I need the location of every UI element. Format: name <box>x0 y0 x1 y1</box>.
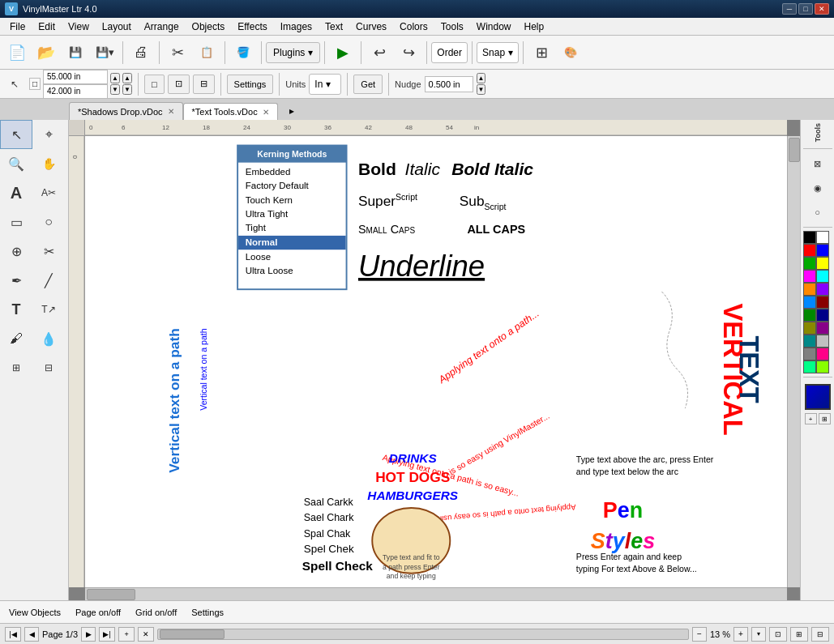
scrollbar-vertical[interactable] <box>787 136 800 587</box>
color-picker-btn[interactable]: ⊠ <box>805 152 831 175</box>
page-delete-btn[interactable]: ✕ <box>138 627 154 642</box>
view-objects-btn[interactable]: View Objects <box>3 605 66 620</box>
color-green[interactable] <box>803 257 816 270</box>
menu-view[interactable]: View <box>62 18 96 35</box>
grid-on-off-btn[interactable]: Grid on/off <box>130 605 182 620</box>
fill-button[interactable]: 🪣 <box>229 39 257 66</box>
type-tool[interactable]: T <box>0 295 32 324</box>
transform-button[interactable]: ⊞ <box>528 39 555 66</box>
minimize-button[interactable]: ─ <box>782 3 797 15</box>
menu-effects[interactable]: Effects <box>231 18 273 35</box>
color-purple[interactable] <box>816 283 829 296</box>
open-button[interactable]: 📂 <box>32 39 60 66</box>
stroke-btn[interactable]: ○ <box>805 201 831 224</box>
zoom-out-btn[interactable]: − <box>692 627 707 642</box>
height-down[interactable]: ▼ <box>122 84 132 95</box>
color-darkmagenta[interactable] <box>816 322 829 335</box>
color-teal[interactable] <box>803 335 816 348</box>
color-darkgreen[interactable] <box>803 309 816 322</box>
cut-button[interactable]: ✂ <box>164 39 191 66</box>
color-magenta[interactable] <box>803 270 816 283</box>
node-tool[interactable]: ⌖ <box>32 120 65 149</box>
page-add-btn[interactable]: + <box>118 627 135 642</box>
ellipse-tool[interactable]: ○ <box>32 207 65 237</box>
menu-help[interactable]: Help <box>518 18 551 35</box>
tab-shadows-drop[interactable]: *Shadows Drop.vDoc ✕ <box>69 102 183 120</box>
weld-tool[interactable]: ⊕ <box>0 237 32 266</box>
color-white[interactable] <box>816 231 829 244</box>
save-as-button[interactable]: 💾▾ <box>91 39 118 66</box>
text-edit-tool[interactable]: A✂ <box>32 178 65 207</box>
line-tool[interactable]: ╱ <box>32 266 65 295</box>
snap-dropdown[interactable]: Snap ▾ <box>477 42 519 63</box>
zoom-in-btn[interactable]: + <box>733 627 748 642</box>
color-black[interactable] <box>803 231 816 244</box>
color-pink[interactable] <box>816 348 829 360</box>
menu-tools[interactable]: Tools <box>434 18 470 35</box>
print-button[interactable]: 🖨 <box>127 39 155 66</box>
color-lime[interactable] <box>816 360 829 373</box>
order-dropdown[interactable]: Order <box>431 42 468 63</box>
color-sky[interactable] <box>803 296 816 309</box>
menu-curves[interactable]: Curves <box>349 18 393 35</box>
zoom-fit-btn[interactable]: ⊡ <box>769 627 787 642</box>
paste-button[interactable]: 📋 <box>193 39 220 66</box>
plugins-dropdown[interactable]: Plugins ▾ <box>266 42 320 63</box>
color-orange[interactable] <box>803 283 816 296</box>
menu-file[interactable]: File <box>3 18 32 35</box>
undo-button[interactable]: ↩ <box>366 39 393 66</box>
menu-objects[interactable]: Objects <box>186 18 232 35</box>
color-blue[interactable] <box>816 244 829 257</box>
color-yellow[interactable] <box>816 257 829 270</box>
tab-text-tools-close[interactable]: ✕ <box>263 108 269 117</box>
h-scrollbar[interactable] <box>157 629 689 640</box>
tab-overflow[interactable]: ▸ <box>280 102 304 120</box>
menu-edit[interactable]: Edit <box>32 18 62 35</box>
nudge-up[interactable]: ▲ <box>477 73 486 83</box>
menu-layout[interactable]: Layout <box>96 18 138 35</box>
color-options-btn[interactable]: ⊞ <box>819 413 831 424</box>
menu-text[interactable]: Text <box>319 18 349 35</box>
move-tool[interactable]: ⊟ <box>32 353 65 382</box>
color-add-btn[interactable]: + <box>805 413 817 424</box>
tab-shadows-close[interactable]: ✕ <box>168 107 174 116</box>
color-cyan[interactable] <box>816 270 829 283</box>
fit-btn[interactable]: ⊡ <box>168 75 190 94</box>
close-button[interactable]: ✕ <box>815 3 829 15</box>
zoom-tool[interactable]: 🔍 <box>0 149 32 178</box>
page-prev-btn[interactable]: ◀ <box>24 627 39 642</box>
menu-window[interactable]: Window <box>470 18 518 35</box>
menu-colors[interactable]: Colors <box>393 18 434 35</box>
width-up[interactable]: ▲ <box>110 73 120 83</box>
zoom-all-btn[interactable]: ⊞ <box>790 627 808 642</box>
scrollbar-thumb-v[interactable] <box>789 138 800 162</box>
zoom-dropdown-btn[interactable]: ▾ <box>751 627 766 642</box>
color-silver[interactable] <box>816 335 829 348</box>
play-button[interactable]: ▶ <box>329 39 357 66</box>
color-palette-box[interactable] <box>805 384 831 410</box>
height-input[interactable] <box>43 84 108 99</box>
color-button[interactable]: 🎨 <box>557 39 584 66</box>
new-button[interactable]: 📄 <box>3 39 31 66</box>
tab-text-tools[interactable]: *Text Tools.vDoc ✕ <box>183 103 278 121</box>
color-olive[interactable] <box>803 322 816 335</box>
scale-btn[interactable]: ⊟ <box>193 75 215 94</box>
rectangle-tool[interactable]: ▭ <box>0 207 32 237</box>
page-size-btn[interactable]: □ <box>144 75 165 94</box>
select-tool-small[interactable]: ↖ <box>3 73 26 96</box>
scrollbar-thumb-h[interactable] <box>87 589 135 600</box>
page-on-off-btn[interactable]: Page on/off <box>70 605 126 620</box>
fill-btn-right[interactable]: ◉ <box>805 177 831 199</box>
menu-arrange[interactable]: Arrange <box>138 18 186 35</box>
paint-tool[interactable]: 🖌 <box>0 324 32 353</box>
pan-tool[interactable]: ✋ <box>32 149 65 178</box>
nudge-down[interactable]: ▼ <box>477 84 486 95</box>
width-down[interactable]: ▼ <box>110 84 120 95</box>
select-tool[interactable]: ↖ <box>0 120 32 149</box>
color-red[interactable] <box>803 244 816 257</box>
text-tool[interactable]: A <box>0 178 32 207</box>
height-up[interactable]: ▲ <box>122 73 132 83</box>
width-input[interactable] <box>43 70 108 84</box>
type-path-tool[interactable]: T↗ <box>32 295 65 324</box>
units-dropdown[interactable]: In ▾ <box>309 74 341 95</box>
